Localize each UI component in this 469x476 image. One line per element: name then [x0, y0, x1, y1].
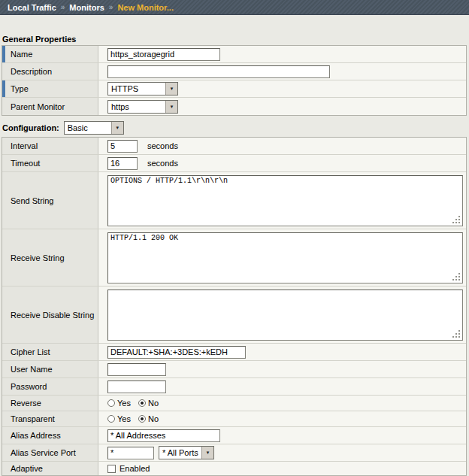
- parent-monitor-value-cell: https ▼: [98, 98, 466, 115]
- breadcrumb-monitors[interactable]: Monitors: [69, 3, 104, 12]
- parent-monitor-select-value: https: [108, 101, 165, 113]
- description-value-cell: [98, 63, 466, 80]
- parent-monitor-select[interactable]: https ▼: [107, 100, 178, 114]
- alias-service-port-label: Alias Service Port: [11, 448, 76, 457]
- chevron-down-icon[interactable]: ▼: [201, 447, 213, 459]
- parent-monitor-label-cell: Parent Monitor: [2, 98, 98, 115]
- alias-address-label-cell: Alias Address: [2, 427, 98, 444]
- transparent-no-label: No: [148, 414, 159, 423]
- user-name-label: User Name: [11, 365, 53, 374]
- reverse-yes-radio[interactable]: [107, 399, 115, 407]
- type-label-cell: Type: [2, 80, 98, 97]
- adaptive-label: Adaptive: [11, 464, 43, 473]
- row-interval: Interval seconds: [2, 138, 466, 155]
- row-name: Name: [2, 46, 466, 63]
- row-user-name: User Name: [2, 361, 466, 378]
- interval-label-cell: Interval: [2, 138, 98, 154]
- transparent-yes-radio[interactable]: [107, 415, 115, 423]
- breadcrumb-separator-icon: »: [109, 3, 113, 11]
- user-name-label-cell: User Name: [2, 361, 98, 377]
- row-description: Description: [2, 63, 466, 80]
- timeout-value-cell: seconds: [98, 155, 466, 171]
- configuration-table: Interval seconds Timeout seconds Send St…: [2, 137, 467, 476]
- general-properties-title: General Properties: [2, 35, 469, 44]
- resize-grip-icon[interactable]: [458, 336, 460, 338]
- receive-disable-string-label: Receive Disable String: [11, 311, 94, 320]
- adaptive-checkbox[interactable]: [107, 465, 116, 473]
- name-label: Name: [11, 50, 32, 59]
- receive-string-textarea[interactable]: HTTP/1.1 200 OK: [107, 232, 463, 283]
- name-label-cell: Name: [2, 46, 98, 62]
- reverse-value-cell: Yes No: [98, 396, 466, 411]
- row-adaptive: Adaptive Enabled: [2, 462, 466, 475]
- resize-grip-icon[interactable]: [458, 279, 460, 280]
- breadcrumb-local-traffic[interactable]: Local Traffic: [8, 3, 56, 12]
- timeout-input[interactable]: [107, 157, 138, 170]
- alias-service-port-label-cell: Alias Service Port: [2, 444, 98, 461]
- general-properties-table: Name Description Type HTTPS ▼ Parent Mon…: [2, 45, 467, 116]
- cipher-list-input[interactable]: [107, 346, 246, 359]
- adaptive-value-cell: Enabled: [98, 462, 466, 475]
- cipher-list-label-cell: Cipher List: [2, 344, 98, 360]
- description-label: Description: [11, 67, 52, 76]
- alias-address-input[interactable]: [107, 429, 220, 442]
- breadcrumb-separator-icon: »: [61, 3, 65, 11]
- type-select[interactable]: HTTPS ▼: [107, 82, 178, 96]
- row-reverse: Reverse Yes No: [2, 396, 466, 411]
- name-input[interactable]: [107, 48, 220, 61]
- timeout-suffix: seconds: [147, 159, 178, 168]
- configuration-select[interactable]: Basic ▼: [64, 121, 124, 135]
- row-password: Password: [2, 378, 466, 396]
- receive-disable-string-label-cell: Receive Disable String: [2, 287, 98, 343]
- receive-disable-string-textarea[interactable]: [107, 290, 463, 341]
- transparent-yes-label: Yes: [117, 414, 131, 423]
- chevron-down-icon[interactable]: ▼: [111, 122, 123, 134]
- row-transparent: Transparent Yes No: [2, 411, 466, 427]
- alias-address-label: Alias Address: [11, 431, 61, 440]
- password-label: Password: [11, 382, 47, 391]
- receive-string-label-cell: Receive String: [2, 229, 98, 286]
- interval-label: Interval: [11, 141, 38, 150]
- transparent-value-cell: Yes No: [98, 411, 466, 426]
- reverse-no-radio[interactable]: [138, 399, 146, 407]
- cipher-list-value-cell: [98, 344, 466, 360]
- send-string-value-cell: OPTIONS / HTTP/1.1\r\n\r\n: [98, 172, 466, 229]
- breadcrumb: Local Traffic » Monitors » New Monitor..…: [0, 0, 469, 15]
- name-value-cell: [98, 46, 466, 62]
- password-label-cell: Password: [2, 378, 98, 395]
- alias-service-port-value-cell: * All Ports ▼: [98, 444, 466, 461]
- row-timeout: Timeout seconds: [2, 155, 466, 172]
- timeout-label-cell: Timeout: [2, 155, 98, 171]
- chevron-down-icon[interactable]: ▼: [165, 83, 177, 95]
- user-name-value-cell: [98, 361, 466, 377]
- password-input[interactable]: [107, 380, 166, 393]
- alias-service-port-select[interactable]: * All Ports ▼: [159, 446, 214, 459]
- user-name-input[interactable]: [107, 363, 166, 376]
- transparent-no-radio[interactable]: [138, 415, 146, 423]
- row-cipher-list: Cipher List: [2, 344, 466, 361]
- reverse-yes-label: Yes: [117, 399, 131, 408]
- interval-input[interactable]: [107, 140, 138, 153]
- transparent-label-cell: Transparent: [2, 411, 98, 426]
- configuration-select-value: Basic: [65, 122, 111, 134]
- alias-address-value-cell: [98, 427, 466, 444]
- alias-service-port-select-value: * All Ports: [159, 447, 201, 459]
- cipher-list-label: Cipher List: [11, 347, 50, 356]
- password-value-cell: [98, 378, 466, 395]
- chevron-down-icon[interactable]: ▼: [165, 101, 177, 113]
- resize-grip-icon[interactable]: [458, 222, 460, 223]
- description-input[interactable]: [107, 65, 330, 78]
- interval-suffix: seconds: [147, 141, 178, 150]
- send-string-label: Send String: [11, 196, 53, 205]
- row-type: Type HTTPS ▼: [2, 80, 466, 98]
- receive-string-label: Receive String: [11, 253, 65, 262]
- row-alias-address: Alias Address: [2, 427, 466, 444]
- timeout-label: Timeout: [11, 159, 40, 168]
- configuration-header: Configuration: Basic ▼: [2, 121, 469, 135]
- adaptive-checkbox-label: Enabled: [120, 464, 150, 473]
- adaptive-label-cell: Adaptive: [2, 462, 98, 475]
- alias-service-port-input[interactable]: [107, 447, 154, 459]
- send-string-textarea[interactable]: OPTIONS / HTTP/1.1\r\n\r\n: [107, 175, 463, 226]
- row-alias-service-port: Alias Service Port * All Ports ▼: [2, 444, 466, 462]
- required-indicator: [2, 80, 5, 97]
